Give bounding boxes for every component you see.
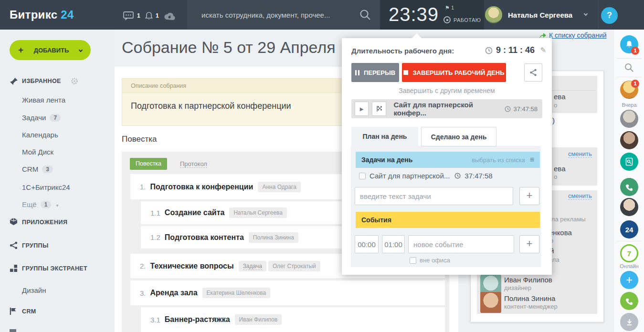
bitrix24-button[interactable]: 24 (620, 220, 638, 239)
participant-name-fragment: енкова (549, 228, 572, 237)
participant-name[interactable]: Иван Филипов (504, 276, 552, 284)
tab-plan-for-day[interactable]: План на день (351, 127, 418, 146)
user-avatar[interactable] (485, 6, 502, 23)
finish-flag-button[interactable] (372, 102, 386, 116)
sidebar-header-crm[interactable]: CRM (22, 308, 36, 315)
sidebar-header-extranet-groups[interactable]: ГРУППЫ ЭКСТРАНЕТ (22, 265, 87, 272)
add-button[interactable]: + ДОБАВИТЬ (10, 40, 91, 60)
tab-agenda[interactable]: Повестка (130, 158, 167, 170)
sidebar-item-live-feed[interactable]: Живая лента (22, 96, 65, 104)
flag-counter: ⚑ 1 (445, 5, 454, 11)
search-input[interactable] (201, 9, 349, 21)
avatar[interactable] (620, 131, 638, 149)
back-arrow-icon (538, 32, 546, 39)
task-checkbox[interactable] (359, 173, 366, 179)
person-badge[interactable]: Анна Одрага (258, 182, 300, 192)
finish-workday-button[interactable]: ЗАВЕРШИТЬ РАБОЧИЙ ДЕНЬ (402, 63, 506, 82)
clock-icon (485, 47, 493, 54)
pick-from-list-link[interactable]: выбрать из списка (472, 156, 525, 164)
favorites-pin-icon[interactable] (10, 77, 18, 85)
participant-name[interactable]: Полина Зинина (504, 294, 555, 302)
sidebar-item-calendar[interactable]: Календарь (22, 131, 58, 139)
apps-cube-icon[interactable] (10, 218, 18, 226)
agenda-row[interactable]: 3.1 Баннер-растяжка Иван Филипов (141, 307, 445, 332)
task-link-badge[interactable]: Задача (239, 261, 266, 271)
download-button[interactable] (620, 313, 638, 331)
workday-duration-value: 9 : 11 : 46 (485, 45, 535, 55)
count-badge: 3 (42, 166, 53, 173)
divider (598, 0, 599, 30)
phone-call-button[interactable] (620, 292, 638, 310)
sidebar-header-groups[interactable]: ГРУППЫ (22, 242, 49, 249)
sidebar-item-more[interactable]: Ещё1 ▾ (22, 200, 59, 208)
sidebar-item-crm[interactable]: CRM3 (22, 165, 53, 173)
messenger-rail: 1 1 Вчера 24 7 Онлайн + (613, 30, 644, 332)
new-event-input[interactable] (408, 235, 514, 253)
tab-done-for-day[interactable]: Сделано за день (421, 127, 496, 146)
agenda-item-title: Подготовка контента (165, 233, 244, 242)
search-icon[interactable] (624, 62, 634, 73)
person-badge[interactable]: Олег Строкатый (268, 261, 320, 271)
person-badge[interactable]: Наталья Сергеева (229, 208, 287, 218)
hamburger-icon[interactable]: ≡ (530, 156, 534, 164)
person-badge[interactable]: Иван Филипов (235, 314, 282, 325)
add-chat-button[interactable]: + (620, 271, 638, 289)
page-title: Собрание № 5 от 29 Апреля (122, 38, 336, 57)
user-menu[interactable]: Наталья Сергеева (484, 0, 598, 30)
help-button[interactable]: ? (601, 7, 618, 24)
sidebar-item-1c-bitrix24[interactable]: 1С+Битрикс24 (22, 183, 70, 191)
sidebar-item-tasks[interactable]: Задачи7 (22, 114, 61, 122)
call-button[interactable] (620, 178, 638, 196)
work-status: РАБОТАЮ (443, 16, 481, 23)
person-badge[interactable]: Полина Зинина (249, 232, 298, 243)
break-button[interactable]: ПЕРЕРЫВ (351, 63, 399, 82)
running-task-name[interactable]: Сайт для партнерской конфер... (394, 101, 505, 117)
agenda-item-title: Технические вопросы (150, 262, 234, 270)
unread-badge: 1 (631, 80, 639, 88)
sidebar-header-apps[interactable]: ПРИЛОЖЕНИЯ (22, 219, 67, 226)
agenda-row[interactable]: 3. Аренда зала Екатерина Шеленкова (130, 280, 445, 305)
change-link[interactable]: сменить (568, 150, 592, 158)
back-link-label[interactable]: К списку собраний (549, 31, 607, 39)
edit-duration-icon[interactable]: ✎ (540, 46, 546, 54)
yesterday-label: Вчера (614, 102, 644, 108)
workday-clock-widget[interactable]: 23:39 ⚑ 1 РАБОТАЮ (380, 0, 484, 30)
event-time-to-input[interactable] (382, 235, 405, 253)
avatar[interactable] (480, 292, 501, 313)
change-link[interactable]: сменить (568, 192, 592, 200)
avatar[interactable] (620, 198, 638, 216)
cloud-icon[interactable] (164, 12, 175, 20)
event-time-from-input[interactable] (355, 235, 379, 253)
sidebar-item-my-disk[interactable]: Мой Диск (22, 148, 53, 156)
add-task-button[interactable]: + (519, 187, 539, 205)
extranet-blocks-icon[interactable] (10, 264, 18, 272)
task-item-row: Сайт для партнерской... 37:47:58 (359, 172, 493, 180)
avatar[interactable] (620, 110, 638, 128)
running-task-bar: ▶ Сайт для партнерской конфер... 37:47:5… (351, 99, 542, 118)
groups-share-icon[interactable] (10, 241, 18, 249)
participant-role-fragment: о (554, 173, 557, 180)
sidebar-header-favorites[interactable]: ИЗБРАННОЕ (22, 78, 61, 84)
finish-other-time-link[interactable]: Завершить с другим временем (342, 87, 552, 94)
task-item-name[interactable]: Сайт для партнерской... (370, 172, 450, 180)
agenda-heading: Повестка (122, 135, 157, 144)
new-task-input[interactable] (355, 187, 513, 205)
stop-icon (403, 70, 408, 75)
tab-protocol[interactable]: Протокол (180, 160, 207, 168)
bell-icon[interactable] (144, 11, 154, 21)
out-of-office-checkbox[interactable] (410, 257, 416, 264)
search-icon[interactable] (359, 9, 371, 21)
phone-icon (625, 297, 633, 305)
sidebar-item-design[interactable]: Дизайн (22, 286, 46, 294)
bell-count: 1 (156, 12, 159, 19)
chat-count: 1 (137, 12, 140, 19)
chat-icon[interactable] (123, 11, 135, 21)
crm-flag-icon[interactable] (10, 307, 18, 315)
doc-search-button[interactable] (620, 153, 638, 171)
person-badge[interactable]: Екатерина Шеленкова (202, 288, 271, 298)
gear-icon[interactable] (71, 77, 78, 85)
online-counter[interactable]: 7 (620, 244, 638, 262)
play-button[interactable]: ▶ (355, 102, 369, 116)
share-button[interactable] (524, 63, 542, 82)
add-event-button[interactable]: + (519, 235, 539, 253)
